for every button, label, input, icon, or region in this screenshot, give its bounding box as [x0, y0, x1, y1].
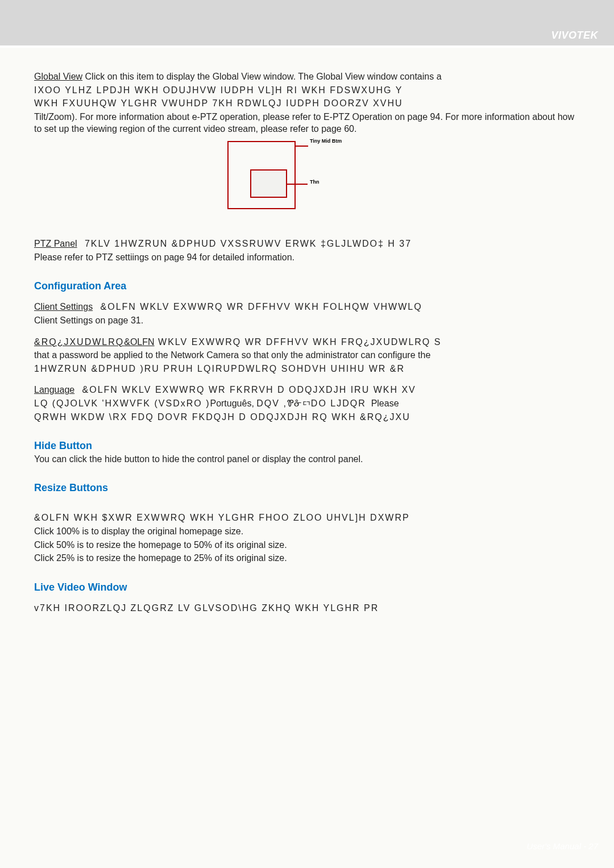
ptz-text-2: Please refer to PTZ settiings on page 94…: [34, 251, 580, 264]
configuration-garbled-3: 1HWZRUN &DPHUD )RU PRUH LQIRUPDWLRQ SOHD…: [34, 363, 580, 375]
config-area-heading: Configuration Area: [34, 279, 580, 293]
diagram-label-mid: Thn: [310, 180, 378, 185]
client-settings-paragraph: Client Settings &OLFN WKLV EXWWRQ WR DFF…: [34, 301, 580, 313]
brand-text: VIVOTEK: [551, 28, 598, 42]
configuration-tail: &OLFN: [124, 337, 154, 347]
resize-text-4: Click 25% is to resize the homepage to 2…: [34, 552, 580, 564]
page-header: VIVOTEK: [0, 0, 614, 45]
global-view-diagram: Tiny Mid Btm Thn: [34, 141, 580, 215]
spacer: [34, 424, 580, 439]
ptz-garbled: 7KLV 1HWZRUN &DPHUD VXSSRUWV ERWK ‡GLJLW…: [85, 239, 412, 248]
global-view-text-a: Click on this item to display the Global…: [82, 72, 441, 81]
hide-button-text: You can click the hide button to hide th…: [34, 453, 580, 466]
page-footer: User's Manual - 27: [527, 841, 598, 852]
leader-line-1: [296, 146, 308, 147]
configuration-garbled-1: WKLV EXWWRQ WR DFFHVV WKH FRQ¿JXUDWLRQ S: [158, 337, 441, 347]
client-settings-garbled: &OLFN WKLV EXWWRQ WR DFFHVV WKH FOLHQW V…: [101, 302, 422, 312]
spacer: [34, 566, 580, 580]
language-garbled-3: QRWH WKDW \RX FDQ DOVR FKDQJH D ODQJXDJH…: [34, 411, 580, 423]
ptz-panel-label: PTZ Panel: [34, 239, 77, 248]
spacer: [34, 328, 580, 336]
ptz-paragraph: PTZ Panel 7KLV 1HWZRUN &DPHUD VXSSRUWV E…: [34, 238, 580, 250]
global-view-garbled-2: WKH FXUUHQW YLGHR VWUHDP 7KH RDWLQJ IUDP…: [34, 97, 580, 110]
language-garbled-2e: DO LJDQR: [311, 398, 366, 408]
language-text-2f: Please: [371, 398, 399, 408]
live-video-heading: Live Video Window: [34, 580, 580, 594]
language-text-2d: Ꮘᓁᇊ: [287, 398, 311, 408]
viewing-region-box: [250, 169, 287, 198]
spacer: [34, 466, 580, 481]
language-text-2b: Português,: [210, 398, 256, 408]
language-garbled-2a: LQ (QJOLVK 'HXWVFK (VSDxRO ): [34, 398, 210, 408]
global-view-text-d: Tilt/Zoom). For more information about e…: [34, 111, 580, 135]
spacer: [34, 594, 580, 602]
diagram-wrap: Tiny Mid Btm Thn: [205, 141, 409, 215]
global-view-label: Global View: [34, 72, 82, 81]
language-label: Language: [34, 385, 74, 394]
client-settings-text-2: Client Settings on page 31.: [34, 314, 580, 327]
language-garbled-2c: DQV ,: [256, 398, 287, 408]
live-video-garbled: v7KH IROORZLQJ ZLQGRZ LV GLVSOD\HG ZKHQ …: [34, 602, 580, 614]
spacer: [34, 376, 580, 384]
resize-text-2: Click 100% is to display the original ho…: [34, 525, 580, 538]
diagram-label-top: Tiny Mid Btm: [310, 139, 361, 144]
resize-text-3: Click 50% is to resize the homepage to 5…: [34, 539, 580, 551]
page-content: Global View Click on this item to displa…: [0, 48, 614, 614]
leader-line-2: [287, 184, 308, 185]
global-view-paragraph: Global View Click on this item to displa…: [34, 70, 580, 83]
spacer: [34, 495, 580, 512]
configuration-paragraph: &RQ¿JXUDWLRQ&OLFN WKLV EXWWRQ WR DFFHVV …: [34, 336, 580, 348]
client-settings-label: Client Settings: [34, 302, 93, 312]
hide-button-heading: Hide Button: [34, 439, 580, 452]
configuration-text-2: that a password be applied to the Networ…: [34, 349, 580, 362]
configuration-label: &RQ¿JXUDWLRQ: [34, 337, 124, 347]
resize-buttons-heading: Resize Buttons: [34, 481, 580, 495]
language-line-2: LQ (QJOLVK 'HXWVFK (VSDxRO )Português, D…: [34, 397, 580, 410]
resize-garbled-1: &OLFN WKH $XWR EXWWRQ WKH YLGHR FHOO ZLO…: [34, 512, 580, 524]
global-view-garbled-1: IXOO YLHZ LPDJH WKH ODUJHVW IUDPH VL]H R…: [34, 84, 580, 97]
language-paragraph: Language &OLFN WKLV EXWWRQ WR FKRRVH D O…: [34, 384, 580, 396]
page: VIVOTEK Global View Click on this item t…: [0, 0, 614, 868]
language-garbled-1: &OLFN WKLV EXWWRQ WR FKRRVH D ODQJXDJH I…: [82, 385, 416, 394]
